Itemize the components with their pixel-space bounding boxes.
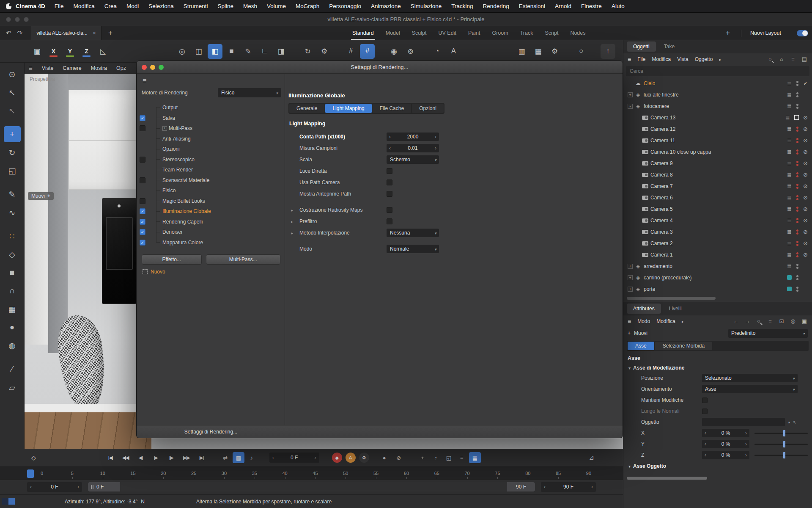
search-icon[interactable]: ○	[755, 318, 762, 325]
new-layout-label[interactable]: Nuovi Layout	[750, 30, 781, 36]
menubar-item[interactable]: File	[55, 3, 64, 9]
viewport-menu-item[interactable]: Mostra	[91, 65, 107, 71]
apple-menu-icon[interactable]	[6, 3, 11, 9]
expander-icon[interactable]	[628, 264, 633, 269]
link-field-icons[interactable]	[788, 419, 796, 425]
menubar-item[interactable]: Crea	[104, 3, 117, 9]
layer-tag-icon[interactable]	[786, 229, 793, 235]
record-parameter-icon[interactable]: ≡	[456, 452, 468, 463]
object-state-icon[interactable]	[802, 149, 809, 155]
slider-handle[interactable]	[783, 441, 785, 447]
target-two-icon[interactable]: ⊚	[403, 44, 418, 59]
model-mode-icon[interactable]: ■	[224, 44, 239, 59]
layer-tag-icon[interactable]	[786, 206, 793, 212]
object-state-icon[interactable]	[802, 251, 809, 258]
layer-tag-icon[interactable]	[786, 263, 793, 269]
layer-tag-icon[interactable]	[786, 91, 793, 98]
layout-tab[interactable]: Paint	[468, 30, 480, 36]
visibility-dots[interactable]	[796, 172, 799, 177]
knife-tool-icon[interactable]: ∕	[4, 361, 21, 377]
snap-enabled-icon[interactable]: #	[360, 44, 375, 59]
layout-tab[interactable]: Sculpt	[412, 30, 427, 36]
panel-menu-icon[interactable]: ≡	[628, 56, 631, 63]
render-category-row[interactable]: Sovrascrivi Materiale	[137, 175, 285, 186]
search-filter-field[interactable]: Cerca	[626, 66, 809, 76]
range-end-field[interactable]: 90 F	[541, 482, 596, 492]
new-preset-row[interactable]: Nuovo	[143, 269, 285, 275]
search-icon[interactable]: ○	[767, 56, 774, 63]
stepper-left-icon[interactable]	[541, 484, 549, 490]
layer-tag-icon[interactable]	[786, 171, 793, 178]
layout-tab[interactable]: Model	[386, 30, 400, 36]
powerslider[interactable]: 0 F 90 F	[88, 482, 535, 491]
scene-cabinet[interactable]	[69, 90, 144, 190]
dialog-minimize-button[interactable]	[150, 65, 155, 70]
range-grip-end[interactable]: 90 F	[507, 482, 535, 491]
multipass-button[interactable]: Multi-Pass...	[206, 254, 280, 265]
attribute-manager-tab[interactable]: Attributes	[627, 304, 661, 314]
horizontal-scrollbar[interactable]	[627, 297, 716, 300]
object-state-icon[interactable]	[802, 171, 809, 178]
visibility-dots[interactable]	[796, 81, 799, 86]
render-category-row[interactable]: Denoiser	[137, 227, 285, 237]
category-checkbox[interactable]	[140, 229, 145, 235]
object-row[interactable]: Camera 2	[623, 237, 812, 249]
document-tab[interactable]: villetta ALE-salvo-cla... ×	[31, 26, 102, 40]
keyframe-disable-icon[interactable]: ⊘	[393, 452, 405, 463]
layer-tag-icon[interactable]	[786, 194, 793, 201]
expand-arrow-icon[interactable]	[289, 207, 299, 213]
menubar-item[interactable]: Aiuto	[612, 3, 625, 9]
slider[interactable]	[754, 433, 808, 434]
play-button[interactable]: ▶	[149, 452, 163, 463]
menubar-item[interactable]: Rendering	[483, 3, 509, 9]
timeline-ruler[interactable]: 051015202530354045505560657075808590	[0, 467, 623, 480]
select-field[interactable]: Nessuna	[387, 229, 439, 237]
render-settings-dialog[interactable]: Settaggi di Rendering... ≡ Motore di Ren…	[136, 61, 623, 438]
edges-mode-icon[interactable]: ◇	[4, 246, 21, 262]
number-field[interactable]: 0 %	[702, 429, 749, 437]
scale-tool[interactable]: ◱	[4, 163, 21, 179]
axis-modify-icon[interactable]: ◨	[274, 44, 288, 59]
object-row[interactable]: Camera 4	[623, 215, 812, 226]
dialog-close-button[interactable]	[142, 65, 147, 70]
object-row[interactable]: Camera 8	[623, 169, 812, 180]
playhead[interactable]	[27, 469, 34, 478]
visibility-dots[interactable]	[796, 138, 799, 143]
object-state-icon[interactable]	[802, 217, 809, 224]
select-field[interactable]: Asse	[702, 385, 798, 393]
layout-tab[interactable]: Nodes	[570, 30, 585, 36]
effect-button[interactable]: Effetto...	[142, 254, 202, 265]
menubar-item[interactable]: Animazione	[371, 3, 401, 9]
close-tab-icon[interactable]: ×	[93, 30, 96, 36]
next-key-button[interactable]: ▶▶	[180, 452, 193, 463]
stepper-right-icon[interactable]	[74, 484, 82, 490]
select-child-tool[interactable]: ↖	[4, 102, 21, 119]
make-editable-icon[interactable]: ✎	[241, 44, 255, 59]
object-row[interactable]: Camera 12	[623, 123, 812, 135]
workplane-lock-icon[interactable]: ◺	[96, 44, 110, 59]
preset-select[interactable]: Predefinito	[728, 329, 808, 338]
layer-tag-icon[interactable]	[786, 160, 793, 166]
render-picture-viewer-icon[interactable]: ▦	[531, 44, 546, 59]
points-mode-icon[interactable]: ∷	[4, 228, 21, 244]
live-selection-tool[interactable]: ⊙	[4, 66, 21, 82]
checkbox[interactable]	[387, 218, 392, 224]
render-category-row[interactable]: Illuminazione Globale	[137, 206, 285, 217]
visibility-dots[interactable]	[796, 184, 799, 189]
visibility-dots[interactable]	[796, 229, 799, 235]
menubar-item[interactable]: Simulazione	[411, 3, 442, 9]
viewport-camera-label[interactable]: Prospettiva	[30, 76, 55, 82]
object-row[interactable]: Camera 13	[623, 112, 812, 123]
dialog-titlebar[interactable]: Settaggi di Rendering...	[137, 61, 623, 74]
stepper-left-icon[interactable]	[27, 484, 35, 490]
checkbox[interactable]	[387, 191, 392, 197]
visibility-dots[interactable]	[796, 287, 799, 292]
object-row[interactable]: Camera 6	[623, 192, 812, 203]
expander-icon[interactable]	[162, 126, 167, 131]
render-category-row[interactable]: Multi-Pass	[137, 123, 285, 134]
object-state-icon[interactable]	[802, 229, 809, 235]
range-start-field[interactable]: 0 F	[27, 482, 82, 492]
checkbox[interactable]	[387, 168, 392, 174]
menubar-item[interactable]: Strumenti	[184, 3, 208, 9]
select-field[interactable]: Schermo	[387, 155, 439, 164]
